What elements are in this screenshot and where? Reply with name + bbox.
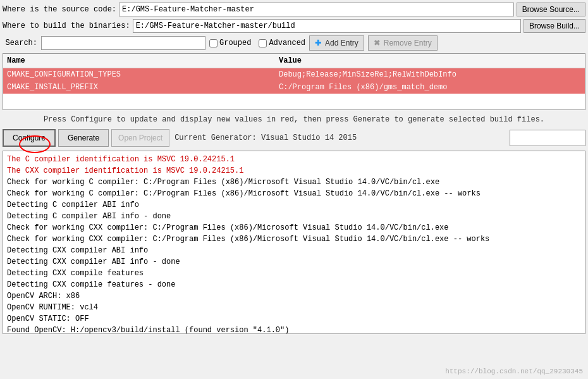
table-body: CMAKE_CONFIGURATION_TYPESDebug;Release;M…: [3, 68, 585, 94]
browse-build-button[interactable]: Browse Build...: [524, 19, 585, 33]
table-row-value: Debug;Release;MinSizeRel;RelWithDebInfo: [278, 70, 582, 80]
generate-button[interactable]: Generate: [58, 129, 109, 147]
source-row: Where is the source code: Browse Source.…: [3, 3, 585, 16]
output-line: Detecting C compiler ABI info - done: [7, 211, 581, 222]
search-label: Search:: [3, 39, 37, 47]
table-row-name: CMAKE_INSTALL_PREFIX: [6, 82, 278, 92]
search-row: Search: Grouped Advanced ✚ Add Entry ✖ R…: [3, 35, 585, 51]
main-container: Where is the source code: Browse Source.…: [0, 0, 588, 337]
advanced-label: Advanced: [269, 39, 305, 47]
remove-entry-button[interactable]: ✖ Remove Entry: [368, 35, 438, 51]
plus-icon: ✚: [315, 39, 321, 47]
source-input[interactable]: [119, 3, 514, 16]
output-line: Detecting CXX compile features: [7, 268, 581, 279]
output-line: The CXX compiler identification is MSVC …: [7, 165, 581, 177]
source-label: Where is the source code:: [3, 5, 116, 14]
output-line: Check for working CXX compiler: C:/Progr…: [7, 233, 581, 245]
grouped-label: Grouped: [219, 39, 251, 47]
advanced-checkbox-label[interactable]: Advanced: [259, 39, 305, 47]
watermark: https://blog.csdn.net/qq_29230345: [445, 368, 583, 375]
output-line: Detecting CXX compiler ABI info - done: [7, 256, 581, 268]
output-line: Found OpenCV: H:/opencv3/build/install (…: [7, 325, 581, 334]
table-header: Name Value: [3, 54, 585, 68]
remove-entry-label: Remove Entry: [384, 39, 432, 47]
build-row: Where to build the binaries: Browse Buil…: [3, 19, 585, 33]
add-entry-button[interactable]: ✚ Add Entry: [309, 35, 364, 51]
output-line: Check for working C compiler: C:/Program…: [7, 188, 581, 199]
output-area: The C compiler identification is MSVC 19…: [3, 151, 585, 334]
build-label: Where to build the binaries:: [3, 22, 130, 30]
message-text: Press Configure to update and display ne…: [44, 115, 544, 124]
output-line: OpenCV STATIC: OFF: [7, 313, 581, 325]
message-area: Press Configure to update and display ne…: [3, 113, 585, 127]
table-row-name: CMAKE_CONFIGURATION_TYPES: [6, 70, 278, 80]
value-column-header: Value: [278, 55, 582, 66]
advanced-checkbox[interactable]: [259, 39, 267, 47]
cross-icon: ✖: [374, 39, 380, 47]
table-row[interactable]: CMAKE_INSTALL_PREFIXC:/Program Files (x8…: [3, 81, 585, 94]
generator-text: Current Generator: Visual Studio 14 2015: [175, 134, 357, 142]
output-line: OpenCV ARCH: x86: [7, 290, 581, 302]
extra-input-box[interactable]: [510, 130, 585, 146]
build-input[interactable]: [133, 19, 521, 33]
output-line: Check for working CXX compiler: C:/Progr…: [7, 222, 581, 233]
configure-button[interactable]: Configure: [3, 129, 56, 147]
table-row-value: C:/Program Files (x86)/gms_match_demo: [278, 82, 582, 92]
output-line: Detecting CXX compiler ABI info: [7, 245, 581, 256]
grouped-checkbox[interactable]: [209, 39, 217, 47]
cmake-table: Name Value CMAKE_CONFIGURATION_TYPESDebu…: [3, 53, 585, 110]
table-row[interactable]: CMAKE_CONFIGURATION_TYPESDebug;Release;M…: [3, 68, 585, 81]
output-line: Detecting CXX compile features - done: [7, 279, 581, 290]
grouped-checkbox-label[interactable]: Grouped: [209, 39, 251, 47]
checkbox-group: Grouped Advanced: [209, 39, 305, 47]
button-row: Configure Generate Open Project Current …: [3, 129, 585, 147]
search-input[interactable]: [41, 36, 205, 50]
name-column-header: Name: [6, 55, 278, 66]
open-project-button[interactable]: Open Project: [111, 129, 169, 147]
output-line: Detecting C compiler ABI info: [7, 199, 581, 211]
output-line: The C compiler identification is MSVC 19…: [7, 154, 581, 165]
browse-source-button[interactable]: Browse Source...: [517, 3, 585, 16]
output-line: OpenCV RUNTIME: vcl4: [7, 302, 581, 313]
add-entry-label: Add Entry: [325, 39, 358, 47]
output-line: Check for working C compiler: C:/Program…: [7, 177, 581, 188]
